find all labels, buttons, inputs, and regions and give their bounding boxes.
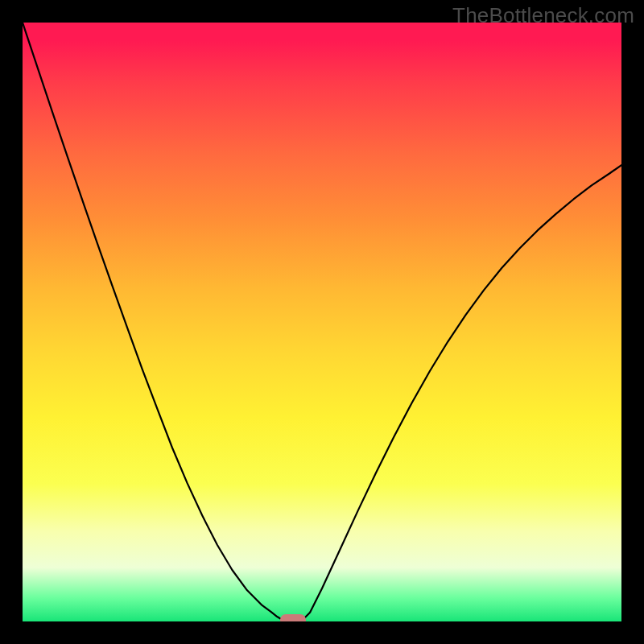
right-curve: [304, 165, 621, 618]
chart-frame: TheBottleneck.com: [0, 0, 644, 644]
watermark-text: TheBottleneck.com: [452, 3, 634, 28]
plot-area: [23, 23, 621, 621]
left-curve: [23, 23, 280, 618]
curves-svg: [23, 23, 621, 621]
bottleneck-marker: [280, 614, 306, 621]
